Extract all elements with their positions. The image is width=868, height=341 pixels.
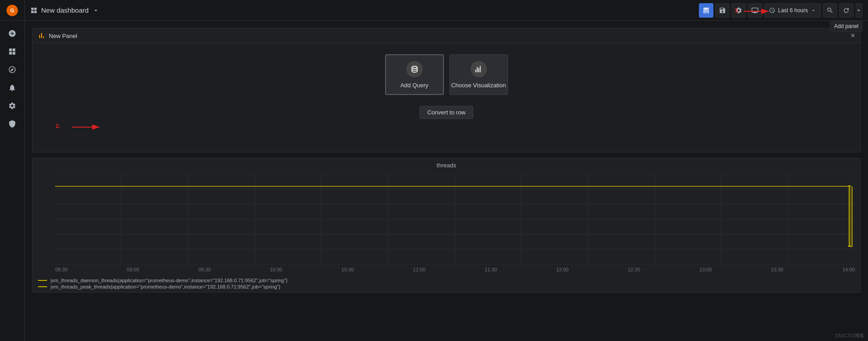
svg-rect-34 [849,185,851,246]
sidebar: G [0,0,25,341]
choose-visualization-button[interactable]: Choose Visualization [449,54,508,95]
gear-icon [8,102,16,110]
add-query-button[interactable]: Add Query [385,54,444,95]
legend-color-2 [38,286,47,287]
panel-buttons-row: Add Query Choose Visualization [385,54,508,95]
sidebar-item-configuration[interactable] [3,98,21,114]
svg-text:G: G [10,8,14,13]
database-icon [410,65,419,74]
dashboard-grid-icon [30,7,38,14]
plus-icon [8,29,16,38]
add-panel-tooltip: Add panel [830,21,863,32]
chart-title: threads [33,158,860,172]
legend-item-2: jvm_threads_peak_threads{application="pr… [38,284,855,289]
panel-title-icon [38,32,45,39]
clock-icon [769,7,775,14]
legend-label-2: jvm_threads_peak_threads{application="pr… [51,284,280,289]
time-range-picker[interactable]: Last 6 hours [764,3,821,18]
refresh-dropdown-button[interactable] [855,3,863,18]
content-area: New Panel × 2. [25,21,868,341]
chart-card: threads [32,158,861,293]
choose-viz-icon-wrapper [471,61,487,77]
dashboard-title: New dashboard [41,6,89,14]
grid-icon [8,47,16,56]
save-button[interactable] [715,3,730,18]
save-icon [719,7,726,14]
grafana-logo-icon: G [6,4,19,17]
sidebar-item-shield[interactable] [3,116,21,132]
sidebar-logo[interactable]: G [0,0,25,21]
x-axis-labels: 08:30 09:00 09:30 10:00 10:30 11:00 11:3… [55,266,855,273]
bell-icon [8,84,16,92]
convert-to-row-button[interactable]: Convert to row [420,106,473,119]
annotation-2: 2. [57,120,111,135]
chart-svg: 21 20 19 18 17 16 15 [55,174,855,265]
chart-area-icon [474,65,483,74]
dashboard-title-area: New dashboard [30,6,99,14]
new-panel-card: New Panel × 2. [32,28,861,152]
time-chevron-icon [811,8,816,13]
panel-title: New Panel [49,33,77,39]
chart-legend: jvm_threads_daemon_threads{application="… [33,275,860,292]
settings-button[interactable] [731,3,746,18]
topbar: New dashboard [25,0,868,21]
panel-card-title-area: New Panel [38,32,77,39]
choose-viz-label: Choose Visualization [451,82,506,89]
add-query-label: Add Query [400,82,428,89]
time-range-label: Last 6 hours [778,7,808,14]
sidebar-item-alerting[interactable] [3,80,21,96]
sidebar-item-dashboards[interactable] [3,43,21,60]
search-button[interactable] [823,3,837,18]
arrow-2-icon [57,120,111,134]
legend-item-1: jvm_threads_daemon_threads{application="… [38,278,855,283]
add-panel-button[interactable] [699,3,713,18]
search-icon [826,7,834,14]
sidebar-item-add[interactable] [3,25,21,42]
shield-icon [8,120,16,128]
chevron-down-icon [92,7,99,14]
settings-icon [735,7,742,14]
chart-area: 21 20 19 18 17 16 15 08:30 [33,172,860,275]
legend-color-1 [38,280,47,281]
panel-card-body: 2. Add Query [33,43,860,152]
tv-icon [751,7,759,14]
main-area: New dashboard [25,0,868,341]
add-panel-icon [703,7,710,14]
panel-card-header: New Panel × [33,28,860,43]
compass-icon [8,66,16,74]
topbar-actions: Last 6 hours [699,3,863,18]
watermark: ©51CTO博客 [835,332,864,339]
add-query-icon-wrapper [406,61,423,77]
tv-mode-button[interactable] [748,3,762,18]
refresh-chevron-icon [855,7,862,14]
refresh-icon [843,7,850,14]
sidebar-item-explore[interactable] [3,62,21,78]
refresh-button[interactable] [839,3,854,18]
close-panel-button[interactable]: × [851,32,855,39]
legend-label-1: jvm_threads_daemon_threads{application="… [51,278,288,283]
